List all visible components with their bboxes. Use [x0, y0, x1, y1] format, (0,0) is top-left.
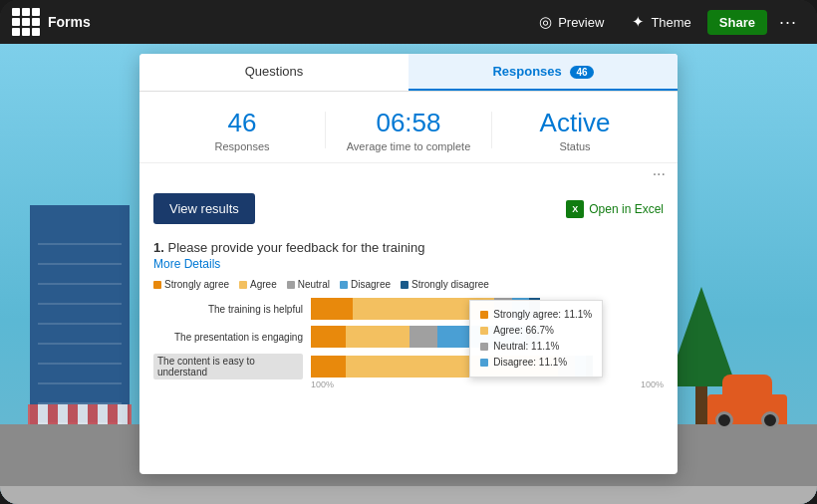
main-panel: Questions Responses 46 46 Responses 06:5…	[139, 54, 678, 474]
legend-dot	[239, 281, 247, 289]
bar-segment	[558, 356, 576, 378]
time-value: 06:58	[326, 108, 491, 138]
bar-segment	[586, 356, 593, 378]
bar-segment	[353, 298, 494, 320]
bar-label: The presentation is engaging	[153, 332, 303, 343]
responses-value: 46	[159, 108, 325, 138]
legend-item: Disagree	[340, 279, 391, 290]
bar-segment	[346, 356, 557, 378]
sidewalk	[0, 486, 817, 504]
car-wheel-left	[715, 411, 733, 429]
bar-segment	[311, 298, 353, 320]
bar-segment	[526, 326, 540, 348]
top-bar: Forms ◎ Preview ✦ Theme Share ···	[0, 0, 817, 44]
time-label: Average time to complete	[326, 140, 491, 152]
bar-label: The training is helpful	[153, 304, 303, 315]
axis-right-label: 100%	[641, 379, 664, 389]
stats-row: 46 Responses 06:58 Average time to compl…	[139, 92, 678, 163]
bar-track	[311, 326, 664, 348]
tree-trunk	[695, 384, 707, 424]
app-title: Forms	[48, 14, 91, 30]
tabs-bar: Questions Responses 46	[139, 54, 678, 92]
responses-label: Responses	[159, 140, 325, 152]
legend-dot	[287, 281, 295, 289]
stat-responses: 46 Responses	[159, 108, 325, 152]
theme-button[interactable]: ✦ Theme	[620, 8, 702, 36]
bar-segment	[512, 298, 530, 320]
legend-dot	[340, 281, 348, 289]
view-results-button[interactable]: View results	[153, 193, 255, 224]
axis-left-label: 100%	[311, 379, 334, 389]
stat-time: 06:58 Average time to complete	[326, 108, 491, 152]
bar-track: Strongly agree: 11.1%Agree: 66.7%Neutral…	[311, 356, 664, 378]
axis-labels: 100% 100%	[153, 379, 664, 389]
bar-segment	[494, 298, 512, 320]
legend-item: Agree	[239, 279, 277, 290]
question-number: 1.	[153, 240, 164, 255]
theme-icon: ✦	[632, 13, 645, 31]
more-button[interactable]: ···	[771, 8, 805, 37]
responses-badge: 46	[570, 66, 593, 79]
awning	[28, 404, 132, 424]
content-area[interactable]: 1. Please provide your feedback for the …	[139, 232, 678, 474]
preview-icon: ◎	[539, 13, 552, 31]
bar-segment	[311, 356, 346, 378]
legend-item: Strongly disagree	[401, 279, 489, 290]
tree	[695, 384, 707, 424]
status-label: Status	[492, 140, 658, 152]
car-wheel-right	[761, 411, 779, 429]
tab-questions[interactable]: Questions	[139, 54, 408, 91]
app-grid-icon[interactable]	[12, 8, 40, 36]
bar-label: The content is easy to understand	[153, 354, 303, 379]
top-bar-actions: ◎ Preview ✦ Theme Share ···	[527, 8, 805, 37]
bar-row: The presentation is engaging	[153, 326, 664, 348]
open-excel-button[interactable]: X Open in Excel	[566, 200, 664, 218]
bar-segment	[437, 326, 526, 348]
more-details-link[interactable]: More Details	[153, 257, 664, 271]
bar-row: The content is easy to understandStrongl…	[153, 354, 664, 379]
tab-responses[interactable]: Responses 46	[408, 54, 678, 91]
tablet-frame: Forms ◎ Preview ✦ Theme Share ···	[0, 0, 817, 504]
share-button[interactable]: Share	[707, 10, 767, 35]
building-left	[30, 205, 130, 424]
preview-button[interactable]: ◎ Preview	[527, 8, 616, 36]
stat-status: Active Status	[492, 108, 658, 152]
legend-item: Strongly agree	[153, 279, 229, 290]
bar-segment	[575, 356, 586, 378]
car-roof	[722, 375, 772, 396]
bar-track	[311, 298, 664, 320]
status-value: Active	[492, 108, 658, 138]
bar-segment	[529, 298, 540, 320]
bar-row: The training is helpful	[153, 298, 664, 320]
legend-dot	[153, 281, 161, 289]
excel-icon: X	[566, 200, 584, 218]
chart-legend: Strongly agreeAgreeNeutralDisagreeStrong…	[153, 279, 664, 290]
bar-chart: The training is helpfulThe presentation …	[153, 298, 664, 379]
question-title: 1. Please provide your feedback for the …	[153, 240, 664, 255]
car	[707, 375, 787, 424]
legend-dot	[401, 281, 408, 289]
stats-more-button[interactable]: ···	[139, 163, 678, 185]
main-scene: Questions Responses 46 46 Responses 06:5…	[0, 44, 817, 504]
bar-segment	[409, 326, 437, 348]
bar-segment	[311, 326, 346, 348]
toolbar-row: View results X Open in Excel	[139, 185, 678, 232]
legend-item: Neutral	[287, 279, 330, 290]
bar-segment	[346, 326, 409, 348]
